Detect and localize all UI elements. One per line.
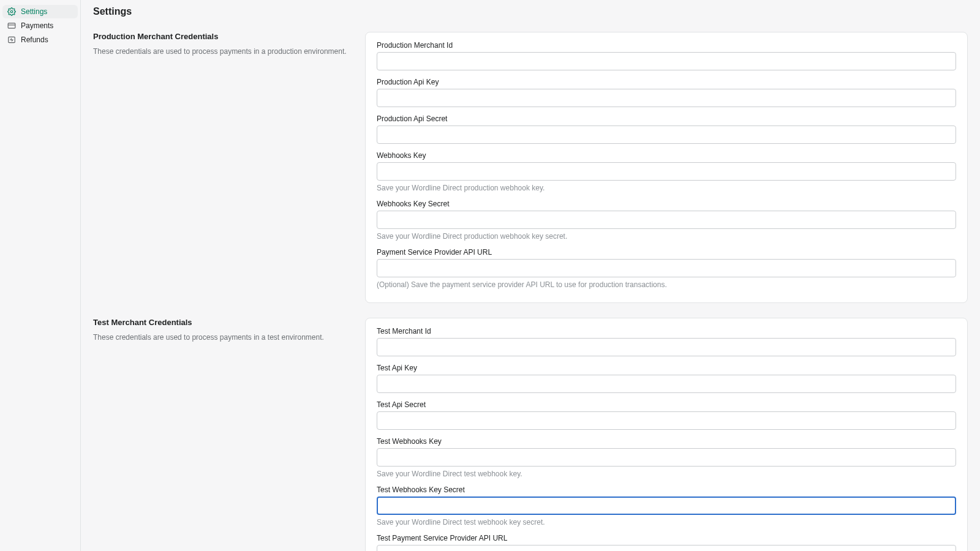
test-webhooks-key-secret-input[interactable] <box>377 497 956 515</box>
field-label: Production Merchant Id <box>377 41 956 50</box>
field-label: Test Webhooks Key <box>377 437 956 446</box>
field-label: Test Webhooks Key Secret <box>377 485 956 494</box>
section-test: Test Merchant Credentials These credenti… <box>93 318 968 551</box>
svg-rect-1 <box>8 23 15 28</box>
field-label: Test Api Secret <box>377 400 956 409</box>
main-content: Settings Production Merchant Credentials… <box>81 0 980 551</box>
field-label: Webhooks Key Secret <box>377 200 956 208</box>
card-icon <box>7 21 16 30</box>
section-production: Production Merchant Credentials These cr… <box>93 32 968 303</box>
page-title: Settings <box>93 6 968 17</box>
section-desc: These credentials are used to process pa… <box>93 47 350 56</box>
field-label: Webhooks Key <box>377 151 956 160</box>
field-label: Test Payment Service Provider API URL <box>377 534 956 542</box>
sidebar-item-label: Refunds <box>21 36 48 44</box>
field-help: Save your Wordline Direct test webhook k… <box>377 518 956 527</box>
production-merchant-id-input[interactable] <box>377 52 956 70</box>
field-label: Production Api Secret <box>377 114 956 123</box>
section-title: Test Merchant Credentials <box>93 318 350 327</box>
field-label: Test Api Key <box>377 364 956 372</box>
card-production: Production Merchant Id Production Api Ke… <box>365 32 968 303</box>
test-merchant-id-input[interactable] <box>377 338 956 356</box>
production-api-secret-input[interactable] <box>377 126 956 144</box>
section-title: Production Merchant Credentials <box>93 32 350 41</box>
svg-point-0 <box>10 10 13 13</box>
card-test: Test Merchant Id Test Api Key Test Api S… <box>365 318 968 551</box>
field-label: Production Api Key <box>377 78 956 86</box>
test-api-secret-input[interactable] <box>377 411 956 430</box>
field-label: Test Merchant Id <box>377 327 956 335</box>
production-psp-url-input[interactable] <box>377 259 956 277</box>
sidebar: Settings Payments Refunds <box>0 0 81 551</box>
production-api-key-input[interactable] <box>377 89 956 107</box>
sidebar-item-refunds[interactable]: Refunds <box>2 33 78 47</box>
field-help: Save your Wordline Direct test webhook k… <box>377 470 956 478</box>
sidebar-item-label: Payments <box>21 21 53 30</box>
field-help: Save your Wordline Direct production web… <box>377 232 956 241</box>
refund-icon <box>7 36 16 44</box>
production-webhooks-key-secret-input[interactable] <box>377 211 956 229</box>
test-webhooks-key-input[interactable] <box>377 448 956 467</box>
test-psp-url-input[interactable] <box>377 545 956 551</box>
sidebar-item-settings[interactable]: Settings <box>2 5 78 18</box>
section-desc: These credentials are used to process pa… <box>93 333 350 342</box>
field-label: Payment Service Provider API URL <box>377 248 956 257</box>
field-help: Save your Wordline Direct production web… <box>377 184 956 192</box>
sidebar-item-label: Settings <box>21 7 47 16</box>
production-webhooks-key-input[interactable] <box>377 162 956 181</box>
test-api-key-input[interactable] <box>377 375 956 393</box>
gear-icon <box>7 7 16 16</box>
sidebar-item-payments[interactable]: Payments <box>2 19 78 32</box>
field-help: (Optional) Save the payment service prov… <box>377 280 956 289</box>
